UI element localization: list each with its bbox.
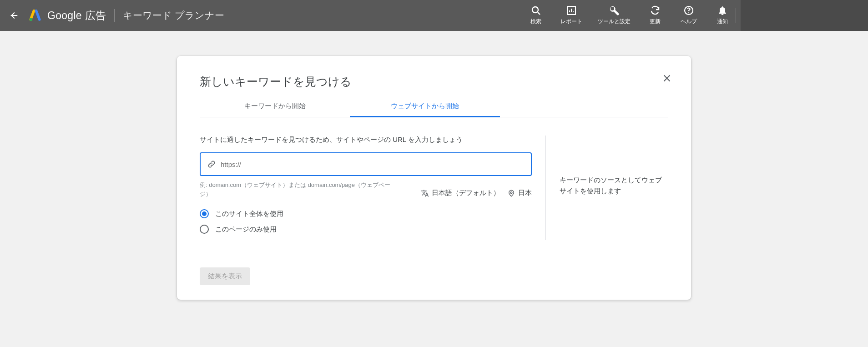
- topbar: Google 広告 キーワード プランナー 検索 レポート ツールと設定: [0, 0, 868, 31]
- bell-icon: [717, 5, 728, 16]
- wrench-icon: [608, 5, 620, 16]
- brand-rest: 広告: [82, 10, 106, 21]
- back-arrow-icon[interactable]: [8, 10, 19, 21]
- brand-title: Google 広告: [47, 9, 106, 23]
- instruction-text: サイトに適したキーワードを見つけるため、サイトやページの URL を入力しましょ…: [200, 136, 541, 144]
- help-icon: [683, 5, 695, 16]
- divider: [736, 8, 736, 23]
- svg-point-5: [688, 12, 689, 13]
- tab-website[interactable]: ウェブサイトから開始: [350, 102, 500, 117]
- radio-this-page[interactable]: このページのみ使用: [200, 225, 541, 234]
- svg-point-6: [510, 191, 512, 193]
- language-label: 日本語（デフォルト）: [432, 189, 500, 197]
- nav-search-button[interactable]: 検索: [527, 5, 545, 25]
- link-icon: [207, 160, 216, 169]
- radio-icon: [200, 209, 209, 218]
- url-input-wrapper[interactable]: [200, 152, 532, 176]
- location-label: 日本: [518, 189, 532, 197]
- radio-full-site[interactable]: このサイト全体を使用: [200, 209, 541, 218]
- svg-point-0: [30, 18, 33, 21]
- refresh-icon: [649, 5, 661, 16]
- example-text: 例: domain.com（ウェブサイト）または domain.com/page…: [200, 181, 391, 198]
- card-body: サイトに適したキーワードを見つけるため、サイトやページの URL を入力しましょ…: [200, 136, 668, 240]
- language-chip[interactable]: 日本語（デフォルト）: [421, 189, 500, 197]
- nav-notify-label: 通知: [717, 18, 728, 25]
- nav-tools-label: ツールと設定: [598, 18, 631, 25]
- divider: [114, 9, 115, 22]
- right-note: キーワードのソースとしてウェブサイトを使用します: [560, 136, 668, 196]
- brand-bold: Google: [47, 10, 82, 21]
- nav-report-button[interactable]: レポート: [560, 5, 582, 25]
- google-ads-logo-icon: [29, 10, 41, 21]
- report-icon: [565, 5, 577, 16]
- nav-help-label: ヘルプ: [681, 18, 697, 25]
- nav-refresh-label: 更新: [650, 18, 661, 25]
- translate-icon: [421, 189, 429, 197]
- close-icon: [662, 73, 672, 83]
- close-button[interactable]: [662, 73, 672, 83]
- lang-loc-row: 日本語（デフォルト） 日本: [421, 181, 532, 198]
- svg-line-2: [538, 12, 540, 15]
- topbar-actions: 検索 レポート ツールと設定 更新 ヘルプ: [527, 0, 732, 31]
- example-row: 例: domain.com（ウェブサイト）または domain.com/page…: [200, 181, 532, 198]
- nav-report-label: レポート: [560, 18, 582, 25]
- left-column: サイトに適したキーワードを見つけるため、サイトやページの URL を入力しましょ…: [200, 136, 541, 240]
- tabs: キーワードから開始 ウェブサイトから開始: [200, 102, 668, 117]
- card-footer: 結果を表示: [200, 267, 668, 285]
- right-column: キーワードのソースとしてウェブサイトを使用します: [545, 136, 668, 240]
- account-area[interactable]: [741, 0, 868, 31]
- card-title: 新しいキーワードを見つける: [200, 74, 668, 89]
- nav-notify-button[interactable]: 通知: [713, 5, 732, 25]
- scope-radios: このサイト全体を使用 このページのみ使用: [200, 209, 541, 234]
- nav-search-label: 検索: [530, 18, 541, 25]
- radio-icon: [200, 225, 209, 234]
- radio-full-label: このサイト全体を使用: [215, 210, 283, 218]
- radio-page-label: このページのみ使用: [215, 225, 277, 234]
- nav-tools-button[interactable]: ツールと設定: [598, 5, 631, 25]
- url-input[interactable]: [221, 161, 525, 168]
- location-chip[interactable]: 日本: [507, 189, 532, 197]
- svg-point-1: [532, 7, 538, 13]
- search-icon: [530, 5, 542, 16]
- location-icon: [507, 189, 515, 197]
- page-title: キーワード プランナー: [123, 9, 224, 22]
- keyword-card: 新しいキーワードを見つける キーワードから開始 ウェブサイトから開始 サイトに適…: [177, 56, 691, 300]
- tab-keywords[interactable]: キーワードから開始: [200, 102, 350, 117]
- show-results-button[interactable]: 結果を表示: [200, 267, 250, 285]
- nav-refresh-button[interactable]: 更新: [646, 5, 664, 25]
- nav-help-button[interactable]: ヘルプ: [680, 5, 698, 25]
